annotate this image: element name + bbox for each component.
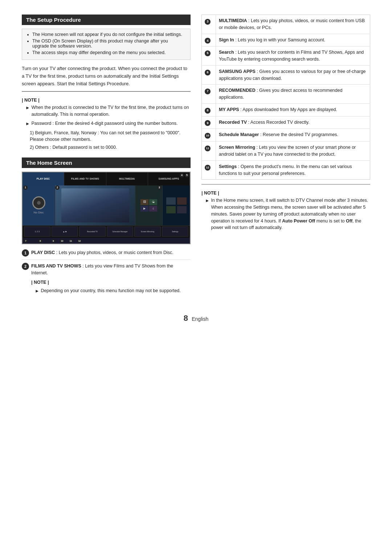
desc-cell-9: Recorded TV : Access Recorded TV directl… bbox=[216, 116, 370, 129]
bold-7: RECOMMENDED bbox=[219, 88, 256, 93]
app-icon-2 bbox=[177, 197, 187, 205]
desc-cell-12: Settings : Opens the product's menu. In … bbox=[216, 160, 370, 180]
mm-icon-2: 🌤 bbox=[149, 199, 157, 205]
setup-sub-note-1: 1) Belgium, France, Italy, Norway : You … bbox=[22, 130, 191, 143]
desc-2-note: | NOTE | ► Depending on your country, th… bbox=[31, 279, 191, 295]
tv-tile-films: FILMS AND TV SHOWS bbox=[64, 172, 106, 185]
setup-procedure-title: The Setup Procedure bbox=[22, 15, 191, 25]
badge-4-top: 4 bbox=[180, 173, 184, 177]
badge-7-tv: 7 bbox=[24, 239, 28, 243]
tv-samsung-apps-area bbox=[163, 185, 190, 225]
setup-notice-box: The Home screen will not appear if you d… bbox=[22, 29, 191, 60]
right-note-text: In the Home menu screen, it will switch … bbox=[211, 197, 370, 231]
bold-8: MY APPS bbox=[219, 107, 239, 112]
desc-1-text: : Lets you play photos, videos, or music… bbox=[55, 250, 173, 255]
tv-bottom-bar: 1 2 3 ★ ⚑ Recorded TV Schedule Manager S bbox=[23, 225, 190, 238]
table-row-8: 8 MY APPS : Apps downloaded from My Apps… bbox=[202, 103, 370, 116]
bottom-settings: Settings bbox=[162, 226, 188, 237]
bold-5: Search bbox=[219, 50, 234, 55]
disc-circle bbox=[32, 196, 45, 209]
bold-9: Recorded TV bbox=[219, 120, 247, 125]
badge-5-top: 5 bbox=[185, 173, 189, 177]
badge-cell-5: 5 bbox=[202, 46, 216, 66]
mm-icon-1: 🖼 bbox=[140, 199, 148, 205]
text-12: : Opens the product's menu. In the menu … bbox=[219, 164, 352, 176]
setup-note-1: ► When the product is connected to the T… bbox=[22, 104, 191, 118]
tv-screenshot: PLAY DISC FILMS AND TV SHOWS MULTIMEDIA … bbox=[22, 172, 191, 244]
arrow-icon-3: ► bbox=[35, 288, 39, 295]
right-column: 3 MULTIMEDIA : Lets you play photos, vid… bbox=[201, 15, 370, 303]
page-language: English bbox=[192, 316, 208, 322]
table-row-11: 11 Screen Mirroring : Lets you view the … bbox=[202, 142, 370, 161]
badge-cell-11: 11 bbox=[202, 142, 216, 161]
films-label: FILMS AND TV SHOWS bbox=[71, 177, 99, 180]
right-items-tbody: 3 MULTIMEDIA : Lets you play photos, vid… bbox=[202, 15, 370, 180]
home-screen-section: The Home Screen PLAY DISC FILMS AND TV S… bbox=[22, 157, 191, 300]
tv-top-bar: PLAY DISC FILMS AND TV SHOWS MULTIMEDIA … bbox=[23, 172, 190, 185]
badge-8: 8 bbox=[205, 108, 211, 114]
home-screen-title: The Home Screen bbox=[22, 157, 191, 168]
setup-sub-note-2: 2) Others : Default password is set to 0… bbox=[22, 144, 191, 151]
bold-12: Settings bbox=[219, 164, 237, 169]
tv-multimedia-area: 3 🖼 🌤 ▶ ♫ bbox=[135, 185, 163, 225]
no-disc-text: No Disc bbox=[33, 211, 44, 214]
bold-11: Screen Mirroring bbox=[219, 145, 255, 150]
badge-4: 4 bbox=[205, 38, 211, 44]
badge-cell-12: 12 bbox=[202, 160, 216, 180]
bold-3: MULTIMEDIA bbox=[219, 18, 247, 23]
desc-cell-7: RECOMMENDED : Gives you direct access to… bbox=[216, 85, 370, 104]
desc-2-note-label: | NOTE | bbox=[31, 279, 191, 286]
table-row-3: 3 MULTIMEDIA : Lets you play photos, vid… bbox=[202, 15, 370, 34]
badge-cell-9: 9 bbox=[202, 116, 216, 129]
table-row-9: 9 Recorded TV : Access Recorded TV direc… bbox=[202, 116, 370, 129]
tv-bottom-section: 1 2 3 ★ ⚑ Recorded TV Schedule Manager S bbox=[24, 226, 188, 237]
badge-2-tv: 2 bbox=[55, 185, 60, 190]
desc-2-note-text: Depending on your country, this menu fun… bbox=[41, 287, 180, 295]
page-number: 8 bbox=[184, 314, 188, 323]
setup-note-section: | NOTE | ► When the product is connected… bbox=[22, 91, 191, 151]
notice-item-1: The Home screen will not appear if you d… bbox=[32, 32, 185, 37]
setup-note-label: | NOTE | bbox=[22, 98, 191, 103]
badge-cell-8: 8 bbox=[202, 103, 216, 116]
table-row-6: 6 SAMSUNG APPS : Gives you access to var… bbox=[202, 65, 370, 85]
desc-row-1: 1 PLAY DISC : Lets you play photos, vide… bbox=[22, 249, 191, 260]
badge-6: 6 bbox=[205, 70, 211, 75]
badge-cell-7: 7 bbox=[202, 85, 216, 104]
right-note-label: | NOTE | bbox=[201, 191, 370, 196]
desc-cell-8: MY APPS : Apps downloaded from My Apps a… bbox=[216, 103, 370, 116]
badge-cell-3: 3 bbox=[202, 15, 216, 34]
badge-11: 11 bbox=[205, 146, 211, 151]
badge-10: 10 bbox=[205, 133, 211, 139]
desc-cell-4: Sign In : Lets you log in with your Sams… bbox=[216, 34, 370, 46]
setup-body-text: Turn on your TV after connecting the pro… bbox=[22, 65, 191, 87]
auto-power-off-bold: Auto Power Off bbox=[282, 218, 315, 224]
badge-3: 3 bbox=[205, 19, 211, 25]
desc-2-note-item: ► Depending on your country, this menu f… bbox=[31, 287, 191, 295]
bold-4: Sign In bbox=[219, 37, 234, 42]
mm-icon-4: ♫ bbox=[149, 206, 157, 212]
badge-2: 2 bbox=[22, 263, 29, 270]
setup-procedure-section: The Setup Procedure The Home screen will… bbox=[22, 15, 191, 151]
bold-10: Schedule Manager bbox=[219, 132, 259, 137]
badge-5: 5 bbox=[205, 50, 211, 56]
notice-item-2: The OSD (On Screen Display) of this prod… bbox=[32, 38, 185, 49]
desc-content-2: FILMS AND TV SHOWS : Lets you view Films… bbox=[31, 263, 191, 297]
desc-cell-5: Search : Lets you search for contents in… bbox=[216, 46, 370, 66]
table-row-12: 12 Settings : Opens the product's menu. … bbox=[202, 160, 370, 180]
badge-8-tv: 8 bbox=[38, 239, 42, 243]
desc-cell-6: SAMSUNG APPS : Gives you access to vario… bbox=[216, 65, 370, 85]
table-row-7: 7 RECOMMENDED : Gives you direct access … bbox=[202, 85, 370, 104]
tv-films-area: 2 bbox=[55, 185, 135, 225]
setup-note-2: ► Password : Enter the desired 4-digit p… bbox=[22, 120, 191, 127]
desc-2-bold: FILMS AND TV SHOWS bbox=[31, 263, 81, 269]
badge-11-tv: 11 bbox=[69, 239, 73, 243]
bottom-screen-mirror: Screen Mirroring bbox=[134, 226, 161, 237]
desc-cell-3: MULTIMEDIA : Lets you play photos, video… bbox=[216, 15, 370, 34]
bottom-recommended: 1 2 3 bbox=[24, 226, 50, 237]
bottom-recorded-tv: Recorded TV bbox=[79, 226, 106, 237]
table-row-4: 4 Sign In : Lets you log in with your Sa… bbox=[202, 34, 370, 46]
badge-cell-6: 6 bbox=[202, 65, 216, 85]
right-items-table: 3 MULTIMEDIA : Lets you play photos, vid… bbox=[201, 15, 370, 180]
badge-cell-4: 4 bbox=[202, 34, 216, 46]
desc-row-2: 2 FILMS AND TV SHOWS : Lets you view Fil… bbox=[22, 263, 191, 300]
